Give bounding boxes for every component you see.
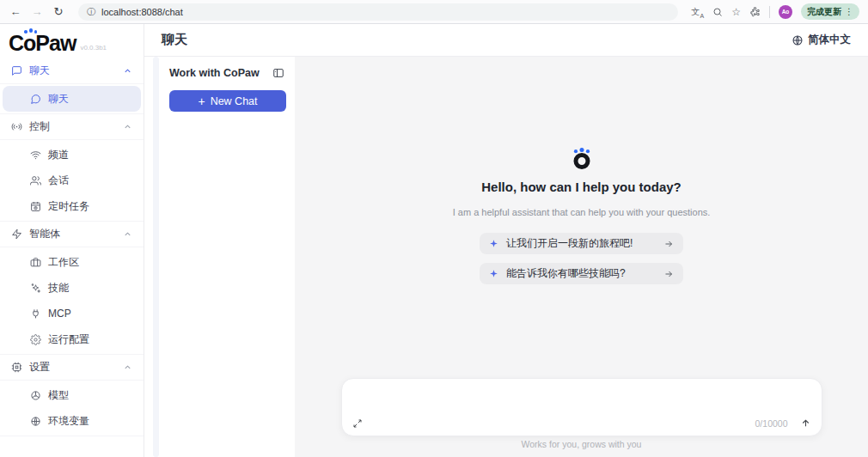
toolbar-divider bbox=[769, 6, 770, 18]
sidebar-item-mcp[interactable]: MCP bbox=[0, 301, 144, 326]
globe-icon bbox=[792, 34, 804, 46]
sidebar-item-chat[interactable]: 聊天 bbox=[3, 86, 141, 112]
new-chat-button[interactable]: + New Chat bbox=[169, 90, 286, 112]
message-composer: 0/10000 bbox=[341, 378, 822, 436]
helm-icon bbox=[30, 390, 41, 401]
profile-avatar[interactable]: Ao bbox=[779, 5, 792, 19]
users-icon bbox=[30, 175, 41, 186]
chevron-up-icon bbox=[123, 122, 132, 131]
paw-dots-icon bbox=[24, 28, 38, 34]
sidebar-item-env-vars[interactable]: 环境变量 bbox=[0, 408, 144, 434]
browser-forward-icon[interactable]: → bbox=[30, 5, 44, 18]
arrow-right-icon bbox=[663, 269, 674, 279]
arrow-right-icon bbox=[663, 239, 674, 249]
sidebar-item-sessions[interactable]: 会话 bbox=[0, 168, 144, 193]
chrome-update-button[interactable]: 完成更新 ⋮ bbox=[801, 3, 859, 20]
zap-icon bbox=[11, 228, 22, 240]
page-header: 聊天 简体中文 bbox=[144, 24, 868, 57]
plus-icon: + bbox=[198, 95, 205, 107]
sidebar-item-skills[interactable]: 技能 bbox=[0, 275, 144, 301]
extensions-icon[interactable] bbox=[749, 6, 761, 17]
suggestion-button[interactable]: 能告诉我你有哪些技能吗? bbox=[480, 263, 683, 284]
suggestion-button[interactable]: 让我们开启一段新的旅程吧! bbox=[480, 233, 683, 254]
welcome-block: Hello, how can I help you today? I am a … bbox=[295, 146, 868, 284]
sidebar-group-control[interactable]: 控制 bbox=[0, 114, 144, 140]
panel-toggle-icon[interactable] bbox=[272, 67, 284, 79]
globe-icon bbox=[30, 416, 41, 427]
version-label: v0.0.3b1 bbox=[80, 44, 107, 54]
browser-back-icon[interactable]: ← bbox=[9, 5, 22, 18]
panel-title: Work with CoPaw bbox=[169, 67, 260, 79]
calendar-clock-icon bbox=[30, 201, 41, 212]
sidebar: CoPaw v0.0.3b1 聊天 聊天 控制 bbox=[0, 24, 144, 457]
send-button[interactable] bbox=[800, 417, 811, 429]
sidebar-group-agents[interactable]: 智能体 bbox=[0, 222, 144, 247]
sidebar-item-models[interactable]: 模型 bbox=[0, 382, 144, 408]
browser-toolbar: ← → ↻ ⓘ localhost:8088/chat 文 A ☆ Ao 完成更… bbox=[0, 0, 868, 24]
plug-icon bbox=[30, 308, 41, 320]
chat-bubble-icon bbox=[30, 94, 41, 105]
briefcase-icon bbox=[30, 257, 41, 268]
gear-icon bbox=[30, 334, 41, 345]
sidebar-item-run-config[interactable]: 运行配置 bbox=[0, 326, 144, 352]
chat-area: Hello, how can I help you today? I am a … bbox=[295, 57, 868, 457]
sidebar-item-scheduled-tasks[interactable]: 定时任务 bbox=[0, 193, 144, 219]
browser-menu-icon[interactable]: ⋮ bbox=[845, 7, 853, 16]
sidebar-group-chat[interactable]: 聊天 bbox=[0, 58, 144, 84]
chat-square-icon bbox=[11, 65, 22, 76]
zoom-icon[interactable] bbox=[712, 7, 723, 17]
sidebar-nav: 聊天 聊天 控制 频道 会话 bbox=[0, 58, 144, 436]
sparkles-icon bbox=[30, 283, 41, 294]
expand-icon[interactable] bbox=[352, 418, 363, 429]
panel-scrollbar[interactable] bbox=[153, 57, 159, 457]
translate-icon[interactable]: 文 A bbox=[691, 6, 704, 18]
suggestion-list: 让我们开启一段新的旅程吧! 能告诉我你有哪些技能吗? bbox=[480, 233, 683, 284]
sparkle-icon bbox=[489, 239, 498, 248]
wifi-icon bbox=[30, 149, 41, 161]
paw-logo-icon bbox=[570, 146, 594, 170]
app-window: CoPaw v0.0.3b1 聊天 聊天 控制 bbox=[0, 24, 868, 457]
url-text: localhost:8088/chat bbox=[101, 7, 183, 17]
address-bar[interactable]: ⓘ localhost:8088/chat bbox=[78, 3, 678, 21]
browser-reload-icon[interactable]: ↻ bbox=[52, 5, 65, 18]
sparkle-icon bbox=[489, 269, 498, 278]
chat-list-panel: Work with CoPaw + New Chat bbox=[144, 57, 295, 457]
char-counter: 0/10000 bbox=[755, 418, 788, 429]
browser-actions: 文 A ☆ Ao 完成更新 ⋮ bbox=[691, 3, 859, 20]
page-title: 聊天 bbox=[162, 32, 187, 48]
cpu-icon bbox=[11, 362, 22, 373]
app-logo: CoPaw v0.0.3b1 bbox=[0, 24, 144, 58]
chevron-up-icon bbox=[123, 229, 132, 239]
greeting-title: Hello, how can I help you today? bbox=[481, 180, 682, 194]
sidebar-group-settings[interactable]: 设置 bbox=[0, 355, 144, 381]
sidebar-item-workspace[interactable]: 工作区 bbox=[0, 249, 144, 275]
chevron-up-icon bbox=[123, 66, 132, 76]
greeting-subtitle: I am a helpful assistant that can help y… bbox=[453, 207, 711, 217]
message-input[interactable] bbox=[354, 386, 810, 411]
tagline: Works for you, grows with you bbox=[295, 439, 868, 449]
language-switcher[interactable]: 简体中文 bbox=[792, 33, 851, 47]
site-info-icon[interactable]: ⓘ bbox=[87, 6, 95, 18]
sidebar-item-channels[interactable]: 频道 bbox=[0, 142, 144, 168]
radio-icon bbox=[11, 121, 22, 132]
chevron-up-icon bbox=[123, 363, 132, 372]
bookmark-star-icon[interactable]: ☆ bbox=[731, 6, 741, 18]
